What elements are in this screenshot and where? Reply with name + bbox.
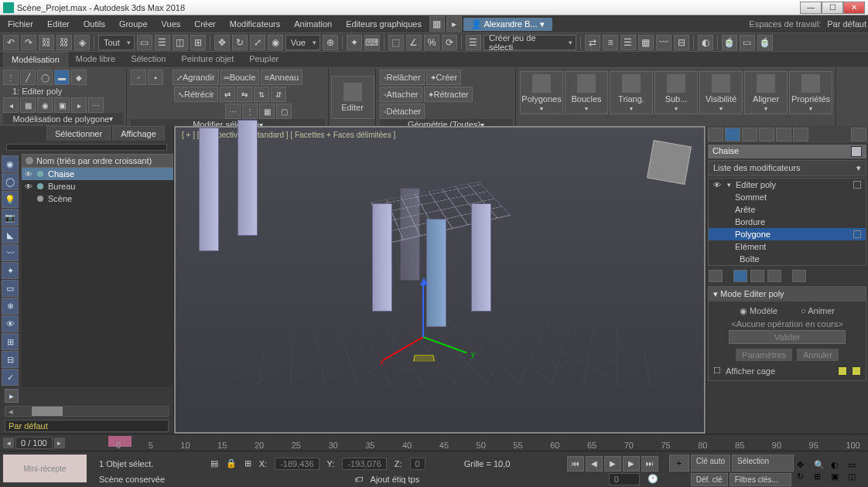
menu-groupe[interactable]: Groupe [113, 17, 154, 31]
next-frame-button[interactable]: ▶ [623, 456, 640, 472]
menu-modificateurs[interactable]: Modificateurs [224, 17, 286, 31]
stack-arete[interactable]: Arête [709, 203, 866, 216]
window-crossing-icon[interactable]: ⊞ [190, 35, 206, 50]
pin-stack-icon[interactable] [709, 270, 723, 282]
filter-light-icon[interactable]: 💡 [2, 191, 19, 208]
tab-affichage[interactable]: Affichage [112, 126, 165, 141]
cage-checkbox[interactable]: ☐ [713, 366, 721, 376]
goto-start-button[interactable]: ⏮ [567, 456, 584, 472]
fill-sel-icon[interactable]: ▦ [259, 104, 275, 119]
script-icon[interactable]: ▦ [429, 16, 445, 32]
frame-prev-button[interactable]: ◂ [3, 438, 14, 448]
close-button[interactable]: ✕ [843, 2, 865, 14]
valider-button[interactable]: Valider [729, 330, 846, 344]
attacher-button[interactable]: ▫ Attacher [380, 87, 422, 102]
filter-xref-icon[interactable]: ⊟ [2, 351, 19, 368]
current-frame-field[interactable]: 0 [609, 473, 640, 485]
workspace-value[interactable]: Par défaut [827, 19, 866, 29]
filter-bone-icon[interactable]: ✦ [2, 262, 19, 279]
gizmo-plane[interactable] [413, 355, 435, 361]
motion-tab-icon[interactable] [759, 128, 774, 141]
cage-icon[interactable]: ▦ [20, 97, 36, 113]
retracter-button[interactable]: ✦ Rétracter [424, 87, 473, 102]
edge-icon[interactable]: ╱ [20, 70, 36, 85]
goto-end-button[interactable]: ⏭ [641, 456, 658, 472]
list-header[interactable]: Nom (triés par ordre croissant) [22, 154, 173, 168]
show-end-result-icon[interactable] [733, 270, 747, 282]
render-frame-icon[interactable]: ▭ [740, 35, 755, 50]
filter-shape-icon[interactable]: ◯ [2, 173, 19, 190]
proprietes-button[interactable]: Propriétés▾ [789, 71, 832, 114]
shrink-icon[interactable]: ▫ [131, 70, 146, 85]
selection-filter[interactable]: Tout [98, 35, 135, 50]
polygon-icon[interactable]: ▬ [54, 70, 70, 85]
agrandir-button[interactable]: ⤢ Agrandir [173, 70, 219, 85]
remove-mod-icon[interactable] [767, 270, 781, 282]
modify-tab-icon[interactable] [725, 128, 740, 141]
annuler-button[interactable]: Annuler [797, 349, 839, 361]
cage-color-1[interactable] [838, 366, 847, 376]
nav-zoom-all-icon[interactable]: ⊞ [814, 472, 829, 482]
render-setup-icon[interactable]: 🍵 [722, 35, 737, 50]
account-button[interactable]: 👤 Alexandre B... ▾ [463, 18, 552, 31]
keymode-select[interactable]: Sélection [732, 455, 794, 472]
nav-fov-icon[interactable]: ◐ [831, 460, 846, 470]
autokey-button[interactable]: Clé auto [691, 455, 730, 472]
triang-button[interactable]: Triang.▾ [610, 71, 653, 114]
editer-button[interactable]: Editer [331, 76, 374, 119]
more-icon[interactable]: ⋯ [88, 97, 104, 113]
nav-zoom-icon[interactable]: 🔍 [814, 460, 829, 470]
keyboard-icon[interactable]: ⌨ [364, 35, 380, 50]
boucle-button[interactable]: ═ Boucle [220, 70, 260, 85]
move-icon[interactable]: ✥ [214, 35, 230, 50]
viewport[interactable]: [ + ] [ Perspective ] [ Standard ] [ Fac… [174, 126, 706, 434]
modifier-list-dropdown[interactable]: Liste des modificateurs ▾ [708, 160, 866, 176]
expand-icon[interactable]: ▸ [5, 389, 19, 403]
frame-next-button[interactable]: ▸ [54, 438, 65, 448]
make-unique-icon[interactable] [750, 270, 764, 282]
ribbon-toggle-icon[interactable]: ▦ [638, 35, 654, 50]
creer-button[interactable]: ✦ Créer [426, 70, 462, 85]
selection-set[interactable]: Créer jeu de sélecti [484, 35, 576, 50]
ribbon-tab-selection[interactable]: Sélection [123, 52, 173, 67]
ribbon-tab-peinture[interactable]: Peinture objet [173, 52, 241, 67]
nav-orbit-icon[interactable]: ↻ [797, 472, 812, 482]
polygones-button[interactable]: Polygones▾ [520, 71, 563, 114]
list-item-scene[interactable]: 👁Scène [22, 192, 173, 205]
lock-icon[interactable]: ▤ [210, 458, 218, 468]
lock2-icon[interactable]: 🔒 [226, 458, 237, 468]
rollout-header[interactable]: ▾ Mode Editer poly [709, 287, 866, 301]
configure-sets-icon[interactable] [792, 270, 806, 282]
ribbon-tab-modelisation[interactable]: Modélisation [3, 52, 68, 67]
help-icon[interactable]: ▸ [446, 16, 462, 32]
redo-icon[interactable]: ↷ [21, 35, 36, 50]
stack-element[interactable]: Elément [709, 240, 866, 253]
menu-vues[interactable]: Vues [155, 17, 187, 31]
aligner-button[interactable]: Aligner▾ [744, 71, 788, 114]
setkey-button[interactable]: Déf. clé [691, 473, 728, 486]
dot-loop-icon[interactable]: ⋯ [225, 104, 241, 119]
boucles-button[interactable]: Boucles▾ [565, 71, 608, 114]
tab-selectionner[interactable]: Sélectionner [46, 126, 111, 141]
layer-icon[interactable]: ☰ [620, 35, 636, 50]
filter-frozen-icon[interactable]: ❄ [2, 298, 19, 315]
detacher-button[interactable]: ▫ Détacher [380, 104, 425, 119]
align-icon[interactable]: ≡ [603, 35, 618, 50]
menu-fichier[interactable]: Fichier [2, 17, 39, 31]
keyfilter-button[interactable]: Filtres clés... [730, 473, 791, 486]
visibilite-button[interactable]: Visibilité▾ [699, 71, 743, 114]
element-icon[interactable]: ◆ [71, 70, 87, 85]
anneau-button[interactable]: ≡ Anneau [261, 70, 302, 85]
ribbon-tab-peupler[interactable]: Peupler [241, 52, 286, 67]
pivot-icon[interactable]: ⊕ [323, 35, 338, 50]
undo-icon[interactable]: ↶ [3, 35, 19, 50]
menu-animation[interactable]: Animation [288, 17, 338, 31]
angle-snap-icon[interactable]: ∠ [406, 35, 422, 50]
retrecir-button[interactable]: ⤡ Rétrécir [174, 87, 218, 102]
nav-region-icon[interactable]: ◫ [848, 472, 863, 482]
selection-set-field[interactable]: Par défaut [5, 420, 169, 432]
coord-system[interactable]: Vue [285, 35, 320, 50]
stack-editer-poly[interactable]: 👁▾Editer poly [709, 179, 866, 191]
rotate-icon[interactable]: ↻ [232, 35, 248, 50]
select-name-icon[interactable]: ☰ [155, 35, 170, 50]
